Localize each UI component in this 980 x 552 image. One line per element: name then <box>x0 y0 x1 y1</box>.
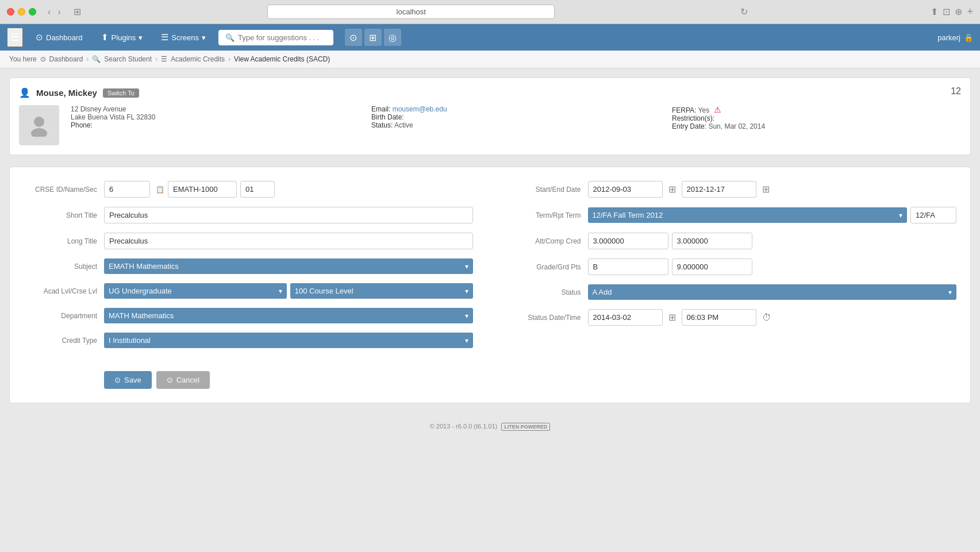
breadcrumb-sep-1: › <box>86 55 89 63</box>
search-input[interactable] <box>238 33 326 42</box>
hamburger-icon: ☰ <box>10 32 20 43</box>
department-fields: MATH Mathematics <box>104 308 473 323</box>
action-btn-3[interactable]: ◎ <box>384 29 401 46</box>
status-info-label: Status: <box>371 121 393 129</box>
close-button[interactable] <box>7 8 14 16</box>
email-link[interactable]: mousem@eb.edu <box>393 105 447 113</box>
end-date-input[interactable] <box>682 181 756 198</box>
short-title-input[interactable] <box>104 207 473 223</box>
acad-lvl-select-wrapper: UG Undergraduate <box>104 283 287 299</box>
save-label: Save <box>124 376 141 384</box>
app-header: ☰ ⊙ Dashboard ⬆ Plugins ▾ ☰ Screens ▾ 🔍 … <box>0 24 980 51</box>
breadcrumb-search-student[interactable]: Search Student <box>104 55 152 63</box>
breadcrumb-dashboard[interactable]: Dashboard <box>49 55 83 63</box>
switch-to-button[interactable]: Switch To <box>103 88 139 98</box>
start-end-date-label: Start/End Date <box>508 186 588 194</box>
subject-select-wrapper: EMATH Mathematics <box>104 258 473 274</box>
search-bar[interactable]: 🔍 <box>218 30 333 45</box>
department-row: Department MATH Mathematics <box>24 308 473 323</box>
refresh-button[interactable]: ↻ <box>740 6 748 17</box>
att-cred-input[interactable] <box>588 233 668 249</box>
browser-actions: ⬆ ⊡ ⊕ + <box>931 6 973 18</box>
birthdate-label: Birth Date: <box>371 113 404 121</box>
student-id-badge: 12 <box>951 86 961 96</box>
credit-type-select-wrapper: I Institutional <box>104 333 473 348</box>
department-select[interactable]: MATH Mathematics <box>104 308 473 323</box>
lock-icon: 🔒 <box>964 33 973 42</box>
term-rpt-row: Term/Rpt Term 12/FA Fall Term 2012 <box>508 207 957 223</box>
grade-input[interactable] <box>588 258 668 275</box>
screens-nav-button[interactable]: ☰ Screens ▾ <box>155 29 212 46</box>
browser-chrome: ‹ › ⊞ localhost ↻ ⬆ ⊡ ⊕ + <box>0 0 980 24</box>
url-bar: localhost <box>267 5 555 19</box>
acad-lvl-select[interactable]: UG Undergraduate <box>104 283 287 299</box>
breadcrumb-search-student-label: Search Student <box>104 55 152 63</box>
subject-select[interactable]: EMATH Mathematics <box>104 258 473 274</box>
status-select[interactable]: A Add <box>588 284 957 300</box>
cancel-button[interactable]: ⊙ Cancel <box>156 371 210 389</box>
status-time-clock-button[interactable]: ⏱ <box>760 310 774 325</box>
plugins-nav-button[interactable]: ⬆ Plugins ▾ <box>95 29 149 46</box>
att-comp-label: Att/Comp Cred <box>508 237 588 245</box>
forward-button[interactable]: › <box>55 6 63 18</box>
status-date-input[interactable] <box>588 309 663 326</box>
start-date-calendar-button[interactable]: ⊞ <box>666 182 678 197</box>
back-button[interactable]: ‹ <box>45 6 53 18</box>
acad-lvl-row: Acad Lvl/Crse Lvl UG Undergraduate 100 C… <box>24 283 473 299</box>
maximize-button[interactable] <box>29 8 36 16</box>
restrictions-line: Restriction(s): <box>672 114 961 122</box>
download-button[interactable]: ⊕ <box>955 6 962 18</box>
crse-lvl-select[interactable]: 100 Course Level <box>290 283 473 299</box>
share-button[interactable]: ⬆ <box>931 6 938 18</box>
crse-fields: 📋 <box>104 181 473 198</box>
att-comp-row: Att/Comp Cred <box>508 233 957 249</box>
action-btn-2[interactable]: ⊞ <box>364 29 382 46</box>
comp-cred-input[interactable] <box>672 233 752 249</box>
crse-sec-input[interactable] <box>240 181 275 198</box>
breadcrumb-academic-credits[interactable]: Academic Credits <box>171 55 225 63</box>
dashboard-nav-button[interactable]: ⊙ Dashboard <box>30 29 89 46</box>
start-date-input[interactable] <box>588 181 663 198</box>
save-button[interactable]: ⊙ Save <box>104 371 152 389</box>
student-name: Mouse, Mickey <box>36 88 97 98</box>
start-end-date-fields: ⊞ ⊞ <box>588 181 957 198</box>
student-person-icon: 👤 <box>19 87 30 98</box>
crse-label: CRSE ID/Name/Sec <box>24 186 104 194</box>
breadcrumb: You here ⊙ Dashboard › 🔍 Search Student … <box>0 51 980 68</box>
end-date-calendar-button[interactable]: ⊞ <box>760 182 772 197</box>
crse-name-input[interactable] <box>168 181 237 198</box>
entry-date-value: Sun, Mar 02, 2014 <box>708 122 765 130</box>
user-area: parkerj 🔒 <box>937 33 973 42</box>
long-title-fields <box>104 233 473 249</box>
new-tab-button[interactable]: + <box>967 6 973 18</box>
address2-value: Lake Buena Vista FL 32830 <box>71 113 155 121</box>
action-btn-1[interactable]: ⊙ <box>345 29 362 46</box>
cancel-label: Cancel <box>176 376 199 384</box>
sidebar-toggle-button[interactable]: ⊞ <box>70 5 84 18</box>
term-rpt-label: Term/Rpt Term <box>508 211 588 219</box>
term-select[interactable]: 12/FA Fall Term 2012 <box>588 207 908 223</box>
long-title-input[interactable] <box>104 233 473 249</box>
status-date-calendar-button[interactable]: ⊞ <box>666 310 678 325</box>
action-buttons: ⊙ ⊞ ◎ <box>345 29 401 46</box>
liten-badge: LITEN POWERED <box>501 423 550 431</box>
duplicate-button[interactable]: ⊡ <box>943 6 950 18</box>
entry-date-label: Entry Date: <box>672 122 706 130</box>
hamburger-menu-button[interactable]: ☰ <box>7 28 23 47</box>
crse-lvl-select-wrapper: 100 Course Level <box>290 283 473 299</box>
grd-pts-input[interactable] <box>672 258 752 275</box>
minimize-button[interactable] <box>18 8 25 16</box>
short-title-label: Short Title <box>24 211 104 219</box>
crse-id-input[interactable] <box>104 181 150 198</box>
credit-type-fields: I Institutional <box>104 333 473 348</box>
home-icon: ⊙ <box>40 55 46 63</box>
credit-type-select[interactable]: I Institutional <box>104 333 473 348</box>
copyright-text: © 2013 - r6.0.0 (t6.1.01) <box>430 423 498 430</box>
form-left-column: CRSE ID/Name/Sec 📋 Short Title <box>24 181 473 357</box>
grade-grd-label: Grade/Grd Pts <box>508 263 588 271</box>
rpt-term-input[interactable] <box>910 207 956 223</box>
crse-id-icon[interactable]: 📋 <box>156 186 164 194</box>
restrictions-label: Restriction(s): <box>672 114 714 122</box>
status-date-row: Status Date/Time ⊞ ⏱ <box>508 309 957 326</box>
status-time-input[interactable] <box>682 309 756 326</box>
